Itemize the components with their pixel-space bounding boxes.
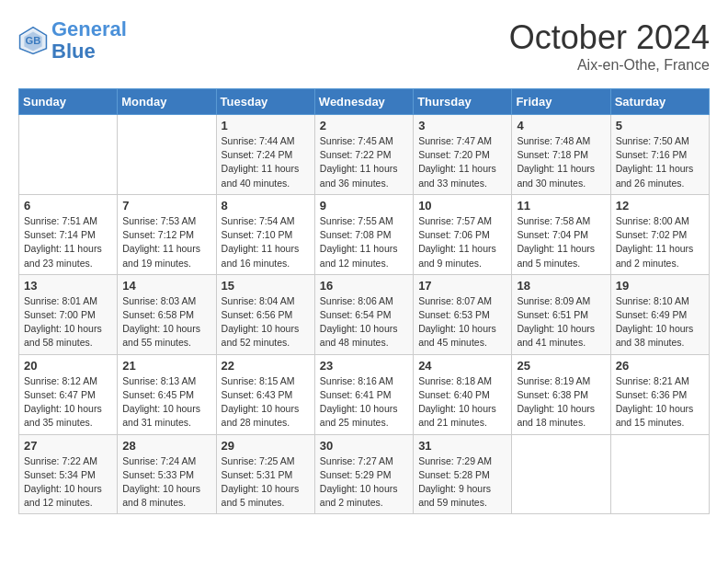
page-header: GB GeneralBlue October 2024 Aix-en-Othe,… (18, 18, 710, 74)
calendar-cell: 16Sunrise: 8:06 AMSunset: 6:54 PMDayligh… (314, 274, 413, 354)
calendar-cell: 12Sunrise: 8:00 AMSunset: 7:02 PMDayligh… (610, 194, 709, 274)
header-tuesday: Tuesday (216, 89, 314, 115)
day-info: Sunrise: 7:58 AMSunset: 7:04 PMDaylight:… (517, 214, 605, 270)
calendar-cell: 6Sunrise: 7:51 AMSunset: 7:14 PMDaylight… (19, 194, 118, 274)
day-number: 19 (616, 279, 704, 293)
day-number: 21 (122, 359, 210, 373)
month-title: October 2024 (509, 18, 710, 57)
day-number: 3 (418, 119, 506, 132)
calendar-cell: 30Sunrise: 7:27 AMSunset: 5:29 PMDayligh… (314, 434, 413, 514)
calendar-cell: 19Sunrise: 8:10 AMSunset: 6:49 PMDayligh… (610, 274, 709, 354)
day-number: 14 (122, 279, 210, 293)
day-info: Sunrise: 7:51 AMSunset: 7:14 PMDaylight:… (24, 214, 112, 270)
calendar-body: 1Sunrise: 7:44 AMSunset: 7:24 PMDaylight… (19, 115, 710, 514)
day-number: 2 (320, 119, 408, 132)
day-number: 22 (222, 359, 310, 373)
calendar-cell: 20Sunrise: 8:12 AMSunset: 6:47 PMDayligh… (19, 354, 118, 434)
day-number: 5 (616, 119, 704, 132)
day-number: 18 (517, 279, 605, 293)
day-number: 8 (222, 199, 310, 213)
calendar-cell: 3Sunrise: 7:47 AMSunset: 7:20 PMDaylight… (414, 115, 512, 195)
day-number: 25 (517, 359, 605, 373)
calendar-header: Sunday Monday Tuesday Wednesday Thursday… (19, 89, 710, 115)
calendar-cell: 18Sunrise: 8:09 AMSunset: 6:51 PMDayligh… (512, 274, 610, 354)
calendar-cell: 14Sunrise: 8:03 AMSunset: 6:58 PMDayligh… (118, 274, 216, 354)
day-info: Sunrise: 8:01 AMSunset: 7:00 PMDaylight:… (24, 294, 112, 350)
day-info: Sunrise: 7:50 AMSunset: 7:16 PMDaylight:… (616, 134, 704, 190)
calendar-week-3: 20Sunrise: 8:12 AMSunset: 6:47 PMDayligh… (19, 354, 710, 434)
day-info: Sunrise: 7:47 AMSunset: 7:20 PMDaylight:… (418, 134, 506, 190)
header-monday: Monday (118, 89, 216, 115)
calendar-cell (512, 434, 610, 514)
day-info: Sunrise: 8:07 AMSunset: 6:53 PMDaylight:… (418, 294, 506, 350)
calendar-cell (118, 115, 216, 195)
day-info: Sunrise: 7:22 AMSunset: 5:34 PMDaylight:… (24, 454, 112, 511)
day-info: Sunrise: 7:54 AMSunset: 7:10 PMDaylight:… (222, 214, 310, 270)
logo: GB GeneralBlue (18, 18, 127, 63)
day-number: 28 (122, 439, 210, 453)
calendar-cell: 23Sunrise: 8:16 AMSunset: 6:41 PMDayligh… (314, 354, 413, 434)
day-info: Sunrise: 7:48 AMSunset: 7:18 PMDaylight:… (517, 134, 605, 190)
calendar-table: Sunday Monday Tuesday Wednesday Thursday… (18, 88, 710, 514)
calendar-cell: 1Sunrise: 7:44 AMSunset: 7:24 PMDaylight… (216, 115, 314, 195)
svg-text:GB: GB (26, 35, 41, 46)
day-number: 24 (418, 359, 506, 373)
logo-icon: GB (18, 26, 48, 55)
day-info: Sunrise: 7:55 AMSunset: 7:08 PMDaylight:… (320, 214, 408, 270)
day-number: 1 (222, 119, 310, 132)
header-row: Sunday Monday Tuesday Wednesday Thursday… (19, 89, 710, 115)
day-number: 12 (616, 199, 704, 213)
calendar-cell (610, 434, 709, 514)
day-number: 15 (222, 279, 310, 293)
day-info: Sunrise: 7:45 AMSunset: 7:22 PMDaylight:… (320, 134, 408, 190)
day-info: Sunrise: 7:24 AMSunset: 5:33 PMDaylight:… (122, 454, 210, 511)
day-info: Sunrise: 7:53 AMSunset: 7:12 PMDaylight:… (122, 214, 210, 270)
calendar-week-0: 1Sunrise: 7:44 AMSunset: 7:24 PMDaylight… (19, 115, 710, 195)
day-number: 20 (24, 359, 112, 373)
day-info: Sunrise: 8:04 AMSunset: 6:56 PMDaylight:… (222, 294, 310, 350)
day-number: 16 (320, 279, 408, 293)
day-info: Sunrise: 7:44 AMSunset: 7:24 PMDaylight:… (222, 134, 310, 190)
location: Aix-en-Othe, France (509, 57, 710, 74)
calendar-cell: 21Sunrise: 8:13 AMSunset: 6:45 PMDayligh… (118, 354, 216, 434)
calendar-cell: 27Sunrise: 7:22 AMSunset: 5:34 PMDayligh… (19, 434, 118, 514)
calendar-cell: 31Sunrise: 7:29 AMSunset: 5:28 PMDayligh… (414, 434, 512, 514)
calendar-week-1: 6Sunrise: 7:51 AMSunset: 7:14 PMDaylight… (19, 194, 710, 274)
calendar-cell: 15Sunrise: 8:04 AMSunset: 6:56 PMDayligh… (216, 274, 314, 354)
day-number: 23 (320, 359, 408, 373)
calendar-cell: 2Sunrise: 7:45 AMSunset: 7:22 PMDaylight… (314, 115, 413, 195)
calendar-cell: 28Sunrise: 7:24 AMSunset: 5:33 PMDayligh… (118, 434, 216, 514)
day-number: 11 (517, 199, 605, 213)
calendar-cell: 26Sunrise: 8:21 AMSunset: 6:36 PMDayligh… (610, 354, 709, 434)
calendar-cell: 5Sunrise: 7:50 AMSunset: 7:16 PMDaylight… (610, 115, 709, 195)
day-info: Sunrise: 8:19 AMSunset: 6:38 PMDaylight:… (517, 374, 605, 431)
calendar-cell (19, 115, 118, 195)
calendar-cell: 25Sunrise: 8:19 AMSunset: 6:38 PMDayligh… (512, 354, 610, 434)
day-info: Sunrise: 8:10 AMSunset: 6:49 PMDaylight:… (616, 294, 704, 350)
calendar-cell: 7Sunrise: 7:53 AMSunset: 7:12 PMDaylight… (118, 194, 216, 274)
calendar-cell: 10Sunrise: 7:57 AMSunset: 7:06 PMDayligh… (414, 194, 512, 274)
day-number: 27 (24, 439, 112, 453)
day-info: Sunrise: 8:12 AMSunset: 6:47 PMDaylight:… (24, 374, 112, 431)
calendar-cell: 8Sunrise: 7:54 AMSunset: 7:10 PMDaylight… (216, 194, 314, 274)
day-number: 6 (24, 199, 112, 213)
header-sunday: Sunday (19, 89, 118, 115)
day-info: Sunrise: 8:21 AMSunset: 6:36 PMDaylight:… (616, 374, 704, 431)
calendar-cell: 24Sunrise: 8:18 AMSunset: 6:40 PMDayligh… (414, 354, 512, 434)
day-info: Sunrise: 7:25 AMSunset: 5:31 PMDaylight:… (222, 454, 310, 511)
day-info: Sunrise: 7:27 AMSunset: 5:29 PMDaylight:… (320, 454, 408, 511)
day-number: 26 (616, 359, 704, 373)
day-info: Sunrise: 8:09 AMSunset: 6:51 PMDaylight:… (517, 294, 605, 350)
day-number: 17 (418, 279, 506, 293)
day-number: 30 (320, 439, 408, 453)
header-thursday: Thursday (414, 89, 512, 115)
header-saturday: Saturday (610, 89, 709, 115)
calendar-cell: 29Sunrise: 7:25 AMSunset: 5:31 PMDayligh… (216, 434, 314, 514)
logo-text: GeneralBlue (51, 18, 127, 63)
calendar-cell: 13Sunrise: 8:01 AMSunset: 7:00 PMDayligh… (19, 274, 118, 354)
day-info: Sunrise: 7:29 AMSunset: 5:28 PMDaylight:… (418, 454, 506, 511)
header-wednesday: Wednesday (314, 89, 413, 115)
calendar-week-2: 13Sunrise: 8:01 AMSunset: 7:00 PMDayligh… (19, 274, 710, 354)
day-info: Sunrise: 8:00 AMSunset: 7:02 PMDaylight:… (616, 214, 704, 270)
day-number: 13 (24, 279, 112, 293)
